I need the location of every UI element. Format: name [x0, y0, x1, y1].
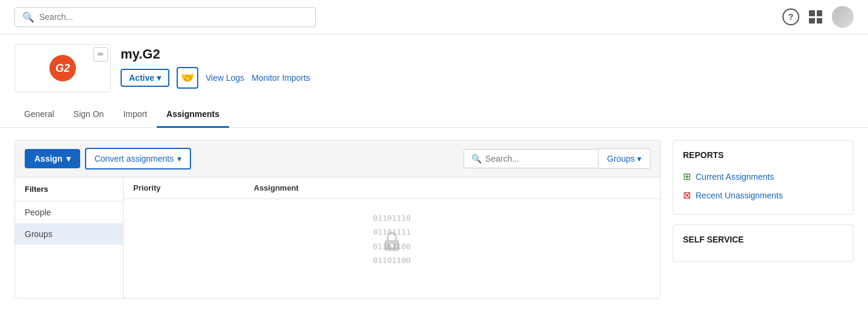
- assignments-search-box[interactable]: 🔍: [464, 149, 599, 168]
- convert-caret-icon: ▾: [177, 154, 181, 163]
- svg-point-1: [390, 244, 394, 247]
- logo-edit-button[interactable]: ✏: [93, 47, 108, 62]
- lock-icon: [380, 229, 404, 253]
- self-service-card: SELF SERVICE: [673, 224, 854, 262]
- topbar: 🔍 ?: [0, 0, 868, 34]
- global-search-box[interactable]: 🔍: [14, 7, 316, 27]
- app-info: my.G2 Active ▾ 🤝 View Logs Monitor Impor…: [121, 44, 310, 89]
- priority-column-header: Priority: [133, 183, 254, 192]
- apps-grid-icon[interactable]: [809, 10, 822, 24]
- groups-caret-icon: ▾: [637, 154, 641, 163]
- app-actions: Active ▾ 🤝 View Logs Monitor Imports: [121, 67, 310, 89]
- assign-label: Assign: [34, 154, 63, 163]
- status-label: Active: [129, 73, 154, 83]
- current-assignments-link[interactable]: ⊞ Current Assignments: [683, 167, 843, 186]
- handshake-button[interactable]: 🤝: [177, 67, 198, 89]
- current-assignments-label: Current Assignments: [696, 172, 774, 182]
- help-icon[interactable]: ?: [782, 8, 799, 25]
- global-search-input[interactable]: [39, 12, 308, 22]
- assignments-panel: Assign ▾ Convert assignments ▾ 🔍 Groups …: [14, 140, 661, 299]
- current-assignments-icon: ⊞: [683, 171, 691, 182]
- app-logo-container: ✏ G2: [14, 44, 111, 92]
- groups-label: Groups: [607, 154, 635, 163]
- convert-label: Convert assignments: [95, 154, 174, 163]
- recent-unassignments-link[interactable]: ⊠ Recent Unassignments: [683, 186, 843, 204]
- app-header: ✏ G2 my.G2 Active ▾ 🤝 View Logs Monitor …: [0, 34, 868, 102]
- main-content: Assign ▾ Convert assignments ▾ 🔍 Groups …: [0, 128, 868, 311]
- filter-people[interactable]: People: [15, 201, 123, 223]
- right-panel: REPORTS ⊞ Current Assignments ⊠ Recent U…: [673, 140, 854, 299]
- filter-groups[interactable]: Groups: [15, 223, 123, 245]
- topbar-right: ?: [782, 6, 854, 28]
- table-area: Filters People Groups Priority Assignmen…: [15, 177, 660, 298]
- user-avatar[interactable]: [832, 6, 854, 28]
- search-icon: 🔍: [22, 11, 34, 23]
- tabs-nav: General Sign On Import Assignments: [0, 102, 868, 128]
- monitor-imports-link[interactable]: Monitor Imports: [251, 73, 310, 83]
- handshake-icon: 🤝: [181, 71, 194, 84]
- app-name: my.G2: [121, 46, 310, 62]
- view-logs-link[interactable]: View Logs: [206, 73, 244, 83]
- status-caret-icon: ▾: [157, 73, 161, 83]
- filters-header: Filters: [15, 177, 123, 201]
- search-filter: 🔍 Groups ▾: [464, 148, 650, 169]
- assign-caret-icon: ▾: [66, 154, 71, 163]
- status-button[interactable]: Active ▾: [121, 69, 169, 87]
- assignments-search-input[interactable]: [485, 154, 591, 163]
- assignment-column-header: Assignment: [254, 183, 650, 192]
- reports-card: REPORTS ⊞ Current Assignments ⊠ Recent U…: [673, 140, 854, 215]
- tab-assignments[interactable]: Assignments: [157, 102, 229, 128]
- panel-toolbar: Assign ▾ Convert assignments ▾ 🔍 Groups …: [15, 141, 660, 177]
- self-service-title: SELF SERVICE: [683, 235, 843, 244]
- groups-filter-button[interactable]: Groups ▾: [599, 148, 650, 169]
- filters-sidebar: Filters People Groups: [15, 177, 124, 298]
- reports-title: REPORTS: [683, 150, 843, 160]
- assignments-table: Priority Assignment 01101110 01101111 01…: [124, 177, 660, 298]
- table-body: 01101110 01101111 01101100 01101100: [124, 199, 660, 284]
- g2-logo: G2: [49, 55, 76, 81]
- tab-sign-on[interactable]: Sign On: [64, 102, 114, 128]
- table-header: Priority Assignment: [124, 177, 660, 199]
- assign-button[interactable]: Assign ▾: [25, 149, 80, 168]
- search-small-icon: 🔍: [471, 154, 482, 163]
- recent-unassignments-icon: ⊠: [683, 189, 691, 201]
- recent-unassignments-label: Recent Unassignments: [696, 191, 783, 200]
- convert-assignments-button[interactable]: Convert assignments ▾: [85, 148, 192, 170]
- tab-import[interactable]: Import: [113, 102, 157, 128]
- tab-general[interactable]: General: [14, 102, 64, 128]
